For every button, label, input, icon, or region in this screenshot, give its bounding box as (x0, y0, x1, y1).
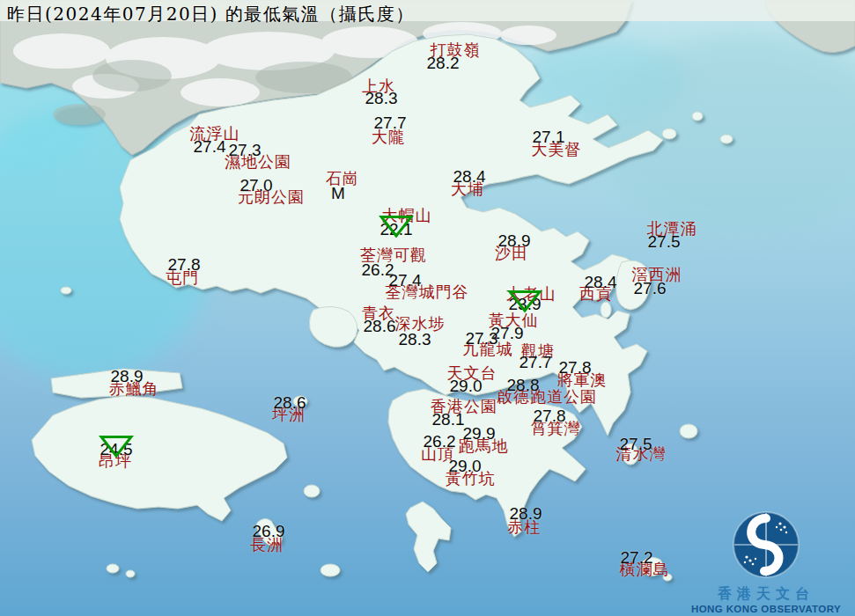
hko-name-chinese: 香港天文台 (682, 585, 850, 604)
hko-typhoon-swirl-icon (731, 510, 801, 580)
station-min-temp-value: 27.2 (621, 548, 653, 568)
station-min-temp-value: 27.7 (374, 114, 407, 133)
station-min-temp-value: 28.4 (585, 273, 617, 292)
hko-name-english: HONG KONG OBSERVATORY (682, 604, 850, 614)
station-min-temp-value: 27.5 (648, 232, 681, 252)
station-min-temp-value: 28.9 (111, 367, 144, 386)
station-min-temp-value: 27.0 (240, 176, 273, 195)
weather-map-page: 昨日(2024年07月20日) 的最低氣溫（攝氏度） 打鼓嶺28.2上水28.3… (0, 0, 855, 616)
station-min-temp-value: 27.3 (466, 329, 498, 348)
station-min-temp-value: 26.2 (424, 432, 456, 451)
station-min-temp-value: 28.1 (432, 410, 465, 429)
station-min-temp-value: 27.8 (534, 407, 566, 426)
station-min-temp-value: 27.8 (168, 255, 201, 275)
station-min-temp-value: 28.6 (274, 393, 306, 413)
station-min-temp-value: 28.3 (399, 330, 431, 349)
station-min-temp-value: 27.3 (229, 141, 262, 160)
station-min-temp-value: 27.4 (389, 271, 422, 290)
station-min-temp-value: 27.8 (559, 358, 592, 378)
station-min-temp-value: 29.9 (463, 424, 496, 444)
station-min-temp-value: 29.0 (450, 377, 483, 396)
station-min-temp-value: 28.4 (453, 167, 486, 187)
station-min-temp-value: 26.9 (253, 522, 285, 541)
station-min-temp-value: 28.6 (364, 317, 396, 336)
station-min-temp-value: 28.8 (507, 376, 540, 395)
station-min-temp-value: 27.1 (533, 128, 565, 147)
station-min-temp-value: 28.3 (365, 89, 398, 108)
station-min-temp-value: 24.5 (100, 440, 133, 459)
station-min-temp-value: 27.6 (634, 279, 667, 298)
station-min-temp-value: M (331, 184, 345, 203)
station-min-temp-value: 27.5 (620, 435, 652, 454)
hko-logo: 香港天文台 HONG KONG OBSERVATORY (682, 510, 850, 614)
station-min-temp-value: 27.7 (520, 353, 552, 372)
station-min-temp-value: 27.4 (194, 137, 226, 157)
station-min-temp-value: 28.2 (427, 54, 460, 73)
station-min-temp-value: 28.9 (510, 504, 542, 524)
station-min-temp-value: 29.0 (449, 457, 482, 476)
station-min-temp-value: 28.9 (498, 231, 531, 251)
station-min-temp-value: 22.1 (380, 220, 413, 239)
map-title: 昨日(2024年07月20日) 的最低氣溫（攝氏度） (7, 3, 415, 26)
